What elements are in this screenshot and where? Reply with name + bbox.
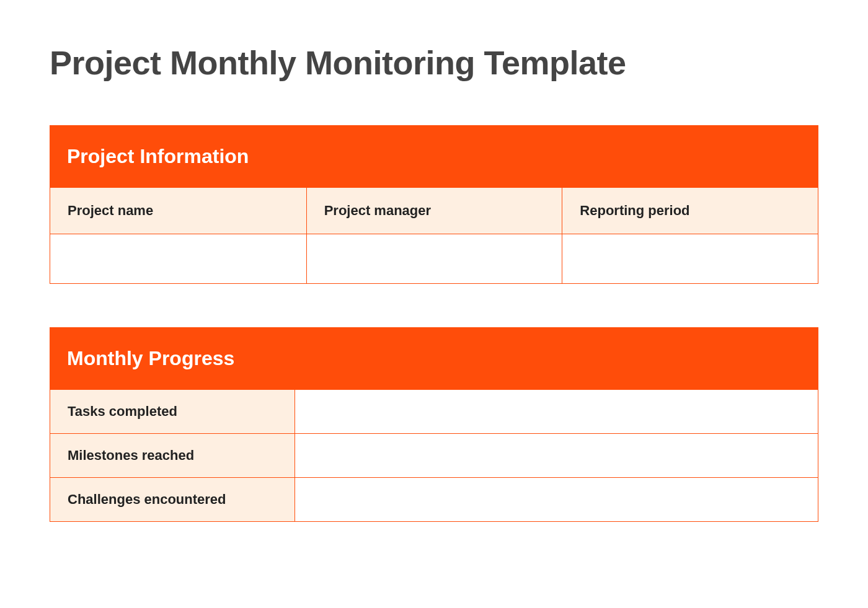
page-title: Project Monthly Monitoring Template xyxy=(50,43,818,82)
project-manager-value[interactable] xyxy=(306,234,562,284)
challenges-encountered-label: Challenges encountered xyxy=(50,478,294,522)
tasks-completed-label: Tasks completed xyxy=(50,390,294,434)
reporting-period-label: Reporting period xyxy=(562,188,818,234)
project-information-grid: Project name Project manager Reporting p… xyxy=(50,188,818,284)
tasks-completed-value[interactable] xyxy=(294,390,818,434)
project-information-section: Project Information Project name Project… xyxy=(50,125,818,284)
project-manager-label: Project manager xyxy=(306,188,562,234)
reporting-period-value[interactable] xyxy=(562,234,818,284)
monthly-progress-grid: Tasks completed Milestones reached Chall… xyxy=(50,390,818,522)
project-name-label: Project name xyxy=(50,188,306,234)
project-information-header: Project Information xyxy=(50,125,818,188)
milestones-reached-label: Milestones reached xyxy=(50,434,294,478)
milestones-reached-value[interactable] xyxy=(294,434,818,478)
project-name-value[interactable] xyxy=(50,234,306,284)
monthly-progress-header: Monthly Progress xyxy=(50,327,818,390)
monthly-progress-section: Monthly Progress Tasks completed Milesto… xyxy=(50,327,818,522)
challenges-encountered-value[interactable] xyxy=(294,478,818,522)
